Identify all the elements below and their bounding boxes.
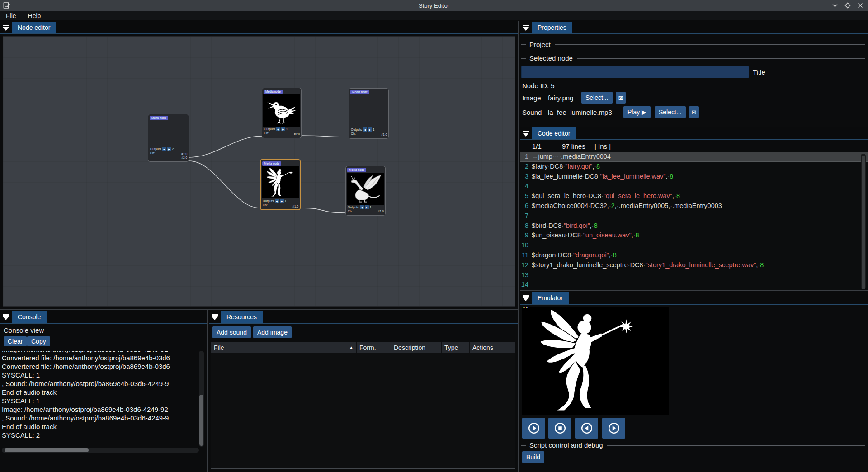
tab-emulator[interactable]: Emulator: [532, 292, 569, 304]
decrement-outputs-button[interactable]: ◀: [363, 127, 367, 132]
console-vscrollbar[interactable]: [199, 351, 204, 447]
graph-node[interactable]: Media nodeOutputs◀▶1Ch:#1:0: [349, 88, 389, 139]
output-pin[interactable]: #1:0: [294, 132, 300, 136]
console-log-line: SYSCALL: 2: [2, 431, 199, 439]
title-input[interactable]: [521, 66, 749, 78]
code-line[interactable]: 3$la_fee_luminelle·DC8·"la_fee_luminelle…: [520, 172, 868, 182]
emulator-header: Emulator: [520, 291, 868, 305]
sound-clear-button[interactable]: ⊠: [689, 106, 699, 118]
node-editor-canvas[interactable]: Menu nodeOutputs◀▶2Ch:#1:0#2:0Media node…: [3, 36, 515, 307]
minimize-icon[interactable]: [832, 2, 838, 9]
collapse-icon[interactable]: [211, 314, 218, 321]
graph-node[interactable]: Media nodeOutputs◀▶1Ch:#1:0: [260, 159, 301, 210]
console-log-line: Convertered file: /home/anthony/ostproj/…: [2, 354, 199, 362]
resources-table-header[interactable]: File ▲ Form. Description Type Actions: [211, 342, 515, 353]
properties-header: Properties: [520, 21, 868, 34]
build-button[interactable]: Build: [522, 451, 544, 463]
clear-button[interactable]: Clear: [4, 336, 27, 346]
output-pin[interactable]: #1:0: [381, 133, 387, 137]
graph-node[interactable]: Menu nodeOutputs◀▶2Ch:#1:0#2:0: [148, 114, 189, 162]
output-pin[interactable]: #1:0: [181, 152, 187, 156]
collapse-icon[interactable]: [2, 24, 9, 32]
tab-node-editor[interactable]: Node editor: [12, 22, 56, 33]
play-sound-button[interactable]: Play ▶: [623, 106, 651, 118]
code-line[interactable]: 9$un_oiseau·DC8·"un_oiseau.wav",·8: [520, 231, 868, 241]
tab-properties[interactable]: Properties: [532, 22, 572, 33]
code-line[interactable]: 1→jump····.mediaEntry0004: [520, 152, 868, 162]
copy-button[interactable]: Copy: [27, 336, 50, 346]
increment-outputs-button[interactable]: ▶: [167, 147, 171, 151]
column-header-form: Form.: [357, 342, 391, 353]
console-log-line: Image: /home/anthony/ostproj/ba869e4b-03…: [2, 405, 199, 414]
increment-outputs-button[interactable]: ▶: [281, 127, 285, 131]
code-line[interactable]: 5$qui_sera_le_hero·DC8·"qui_sera_le_hero…: [520, 191, 868, 201]
image-clear-button[interactable]: ⊠: [616, 92, 626, 104]
bird-thumbnail: [263, 94, 300, 127]
tab-code-editor[interactable]: Code editor: [532, 127, 576, 139]
output-pin[interactable]: #2:0: [181, 156, 187, 160]
collapse-icon[interactable]: [522, 295, 529, 302]
play-circle-icon: [528, 422, 540, 434]
node-outputs-row: Outputs◀▶1: [348, 205, 371, 209]
tab-resources[interactable]: Resources: [221, 311, 263, 323]
emulator-play-button[interactable]: [522, 418, 545, 439]
node-type-badge: Media node: [347, 168, 366, 172]
script-control-group: Script control and debug: [521, 441, 865, 449]
code-line[interactable]: 12$story1_drako_luminelle_sceptre·DC8·"s…: [520, 260, 868, 270]
code-line[interactable]: 11$dragon·DC8·"dragon.qoi",·8: [520, 250, 868, 260]
increment-outputs-button[interactable]: ▶: [365, 205, 369, 209]
decrement-outputs-button[interactable]: ◀: [360, 205, 364, 209]
line-number: 3: [520, 172, 532, 182]
line-number: 12: [520, 260, 532, 270]
add-sound-button[interactable]: Add sound: [212, 326, 251, 338]
node-channel-label: Ch:: [351, 132, 356, 135]
node-type-badge: Media node: [350, 90, 369, 94]
sound-select-button[interactable]: Select...: [655, 106, 686, 118]
console-log-line: Convertered file: /home/anthony/ostproj/…: [2, 362, 199, 371]
line-number: 7: [520, 211, 532, 221]
node-type-badge: Media node: [262, 161, 281, 166]
code-line[interactable]: 13: [520, 270, 868, 280]
console-hscrollbar[interactable]: [2, 448, 199, 453]
code-line[interactable]: 4: [520, 181, 868, 191]
code-line[interactable]: 8$bird·DC8·"bird.qoi",·8: [520, 221, 868, 231]
line-number: 11: [520, 250, 532, 260]
decrement-outputs-button[interactable]: ◀: [162, 147, 166, 151]
code-line[interactable]: 6$mediaChoice0004·DC32,·2,·.mediaEntry00…: [520, 201, 868, 211]
graph-node[interactable]: Media nodeOutputs◀▶1Ch:#1:0: [262, 88, 302, 138]
collapse-icon[interactable]: [522, 24, 529, 32]
maximize-icon[interactable]: [844, 2, 851, 9]
emulator-forward-button[interactable]: [602, 418, 625, 439]
tab-console[interactable]: Console: [12, 311, 47, 323]
increment-outputs-button[interactable]: ▶: [280, 199, 284, 203]
node-outputs-row: Outputs◀▶2: [150, 147, 174, 151]
sound-value: la_fee_luminelle.mp3: [548, 109, 612, 116]
output-pin[interactable]: #1:0: [378, 210, 384, 213]
close-icon[interactable]: [857, 2, 863, 9]
emulator-stop-button[interactable]: [548, 418, 571, 439]
decrement-outputs-button[interactable]: ◀: [276, 127, 280, 131]
console-log[interactable]: Image: /home/anthony/ostproj/ba869e4b-03…: [2, 351, 199, 447]
increment-outputs-button[interactable]: ▶: [368, 127, 372, 132]
graph-node[interactable]: Media nodeOutputs◀▶1Ch:#1:0: [345, 166, 386, 216]
menu-help[interactable]: Help: [22, 11, 47, 20]
code-editor-text[interactable]: 1→jump····.mediaEntry00042$fairy·DC8·"fa…: [520, 152, 868, 291]
code-line[interactable]: 14: [520, 280, 868, 290]
decrement-outputs-button[interactable]: ◀: [275, 199, 279, 203]
add-image-button[interactable]: Add image: [253, 326, 292, 338]
resources-table: File ▲ Form. Description Type Actions: [211, 342, 515, 469]
collapse-icon[interactable]: [522, 130, 529, 137]
code-line[interactable]: 10: [520, 241, 868, 250]
node-editor-header: Node editor: [0, 21, 518, 34]
code-line[interactable]: 7: [520, 211, 868, 221]
code-line[interactable]: 2$fairy·DC8·"fairy.qoi",·8: [520, 162, 868, 172]
code-editor-scrollbar[interactable]: [861, 154, 866, 289]
console-log-line: , Sound: /home/anthony/ostproj/ba869e4b-…: [2, 379, 199, 388]
node-channel-label: Ch:: [264, 132, 269, 135]
output-pin[interactable]: #1:0: [292, 205, 298, 208]
image-value: fairy.png: [548, 94, 573, 102]
emulator-back-button[interactable]: [575, 418, 598, 439]
image-select-button[interactable]: Select...: [581, 92, 613, 104]
menu-file[interactable]: File: [0, 11, 22, 20]
collapse-icon[interactable]: [2, 314, 9, 321]
